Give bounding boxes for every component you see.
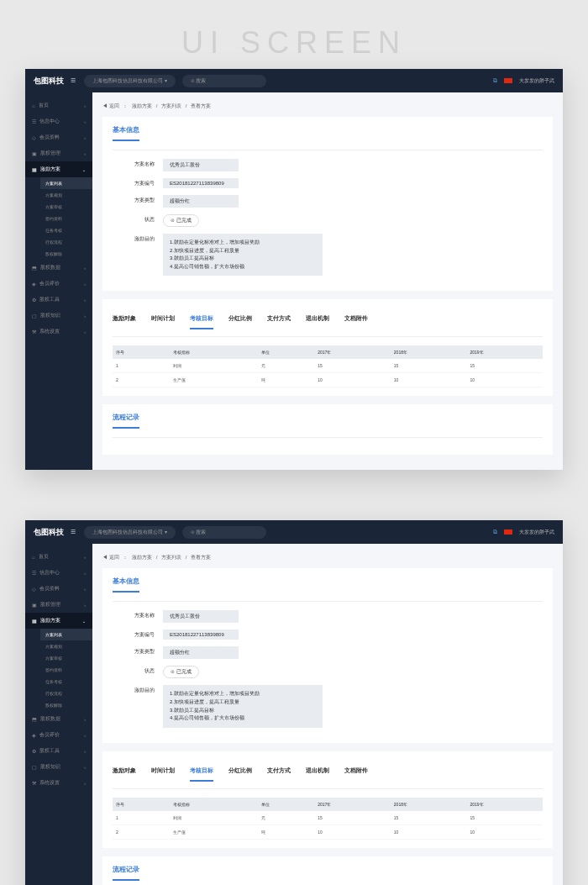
- tab-target[interactable]: 激励对象: [113, 766, 136, 782]
- user-name[interactable]: 大发发的胖子武: [519, 529, 554, 536]
- sidebar: ⌂首页› ☰信息中心› ◇会员资料› ▣股权管理› ▦激励方案⌄ 方案列表 方案…: [25, 544, 92, 885]
- sidebar-item-member[interactable]: ◇会员资料›: [25, 581, 92, 597]
- goals-box: 1.鼓励在定量化标准对上，增加项目奖励 2.加快项目进度，提高工程质量 3.鼓励…: [163, 685, 323, 727]
- company-selector[interactable]: 上海包图科技信息科技有限公司 ▾: [84, 75, 176, 87]
- sidebar-sub-contract[interactable]: 签约资料: [40, 664, 92, 676]
- search-input[interactable]: ⊙ 搜索: [182, 526, 266, 539]
- section-title-process: 流程记录: [113, 413, 139, 429]
- basic-info-card: 基本信息 方案名称优秀员工股份 方案编号ES20181227113839809 …: [102, 568, 553, 742]
- sidebar-sub-task[interactable]: 任务考核: [40, 676, 92, 687]
- home-icon: ⌂: [32, 103, 35, 108]
- sidebar-sub-release[interactable]: 股权解除: [40, 248, 92, 260]
- app-window-2: 包图科技 ☰ 上海包图科技信息科技有限公司 ▾ ⊙ 搜索 ⧉ 大发发的胖子武 ⌂…: [25, 520, 563, 885]
- back-button[interactable]: ◀ 返回: [102, 103, 119, 108]
- label-status: 状态: [113, 214, 155, 224]
- sidebar-sub-planning[interactable]: 方案规划: [40, 189, 92, 201]
- notification-icon[interactable]: ⧉: [493, 529, 497, 535]
- header: 包图科技 ☰ 上海包图科技信息科技有限公司 ▾ ⊙ 搜索 ⧉ 大发发的胖子武: [25, 69, 563, 92]
- sidebar-sub-review[interactable]: 方案审核: [40, 652, 92, 664]
- label-planno: 方案编号: [113, 178, 155, 187]
- sidebar-sub-task[interactable]: 任务考核: [40, 224, 92, 236]
- company-selector[interactable]: 上海包图科技信息科技有限公司 ▾: [84, 526, 176, 539]
- label-goals: 激励目的: [113, 234, 155, 243]
- sidebar-item-home[interactable]: ⌂首页›: [25, 549, 92, 565]
- sidebar-item-incentive[interactable]: ▦激励方案⌄: [25, 613, 92, 629]
- tab-time[interactable]: 时间计划: [151, 314, 175, 329]
- main-content: ◀ 返回 ： 激励方案 / 方案列表 / 查看方案 基本信息 方案名称优秀员工股…: [92, 92, 563, 470]
- settings-icon: ⚒: [32, 329, 36, 335]
- sidebar-sub-contract[interactable]: 签约资料: [40, 213, 92, 224]
- tab-time[interactable]: 时间计划: [151, 766, 175, 782]
- th-5: 2019年: [466, 798, 543, 811]
- sidebar-item-eval[interactable]: ◈会员评价›: [25, 276, 92, 292]
- value-planname: 优秀员工股份: [163, 159, 239, 171]
- sidebar-item-knowledge[interactable]: ▢股权知识›: [25, 759, 92, 775]
- sidebar-item-equity[interactable]: ▣股权管理›: [25, 597, 92, 613]
- sidebar-sub-planning[interactable]: 方案规划: [40, 640, 92, 652]
- status-badge: ⊙ 已完成: [163, 214, 199, 227]
- sidebar-item-tools[interactable]: ⚙股权工具›: [25, 743, 92, 759]
- tab-assess[interactable]: 考核目标: [190, 314, 213, 329]
- status-badge: ⊙ 已完成: [163, 666, 199, 678]
- tab-ratio[interactable]: 分红比例: [228, 314, 252, 329]
- sidebar-sub-review[interactable]: 方案审核: [40, 201, 92, 213]
- tab-payment[interactable]: 支付方式: [267, 766, 291, 782]
- sidebar-sub-exercise[interactable]: 行权流程: [40, 236, 92, 248]
- menu-toggle-icon[interactable]: ☰: [71, 529, 76, 535]
- tab-target[interactable]: 激励对象: [113, 314, 136, 329]
- sidebar-item-tools[interactable]: ⚙股权工具›: [25, 292, 92, 308]
- gear-icon: ⚙: [32, 748, 36, 754]
- gear-icon: ⚙: [32, 297, 36, 303]
- th-1: 考核指标: [170, 798, 258, 811]
- table-row: 2生产值吨101010: [113, 373, 543, 387]
- main-content: ◀ 返回 ： 激励方案 / 方案列表 / 查看方案 基本信息 方案名称优秀员工股…: [92, 544, 563, 885]
- process-card: 流程记录: [102, 856, 553, 885]
- sidebar-item-member[interactable]: ◇会员资料›: [25, 129, 92, 145]
- th-2: 单位: [258, 798, 315, 811]
- diamond-icon: ◇: [32, 586, 36, 592]
- tabs: 激励对象 时间计划 考核目标 分红比例 支付方式 退出机制 文档附件: [113, 760, 543, 789]
- sidebar-item-incentive[interactable]: ▦激励方案⌄: [25, 161, 92, 177]
- label-planno: 方案编号: [113, 630, 155, 639]
- sidebar-item-home[interactable]: ⌂首页›: [25, 97, 92, 113]
- sidebar-item-settings[interactable]: ⚒系统设置›: [25, 775, 92, 791]
- back-button[interactable]: ◀ 返回: [102, 555, 119, 560]
- sidebar-item-data[interactable]: ⬒股权数据›: [25, 260, 92, 276]
- sidebar-sub-release[interactable]: 股权解除: [40, 699, 92, 711]
- user-name[interactable]: 大发发的胖子武: [519, 77, 554, 85]
- th-2: 单位: [258, 345, 315, 359]
- sidebar-item-knowledge[interactable]: ▢股权知识›: [25, 308, 92, 324]
- sidebar-item-equity[interactable]: ▣股权管理›: [25, 145, 92, 161]
- tab-exit[interactable]: 退出机制: [306, 314, 329, 329]
- crumb-1[interactable]: 激励方案: [132, 555, 152, 560]
- th-0: 序号: [113, 798, 170, 811]
- table-row: 1利润元151515: [113, 811, 543, 825]
- tab-ratio[interactable]: 分红比例: [228, 766, 252, 782]
- sidebar-sub-planlist[interactable]: 方案列表: [40, 177, 92, 189]
- crumb-1[interactable]: 激励方案: [132, 103, 152, 108]
- tab-docs[interactable]: 文档附件: [344, 314, 368, 329]
- crumb-2[interactable]: 方案列表: [161, 555, 181, 560]
- tab-payment[interactable]: 支付方式: [267, 314, 291, 329]
- notification-icon[interactable]: ⧉: [493, 77, 497, 84]
- search-input[interactable]: ⊙ 搜索: [182, 75, 266, 87]
- sidebar-sub-exercise[interactable]: 行权流程: [40, 687, 92, 699]
- crumb-2[interactable]: 方案列表: [161, 103, 181, 108]
- sidebar-item-info[interactable]: ☰信息中心›: [25, 113, 92, 129]
- tab-assess[interactable]: 考核目标: [190, 766, 213, 782]
- section-title-process: 流程记录: [113, 865, 139, 881]
- sidebar-item-data[interactable]: ⬒股权数据›: [25, 711, 92, 727]
- tab-docs[interactable]: 文档附件: [344, 766, 368, 782]
- grid-icon: ▦: [32, 618, 37, 624]
- book-icon: ▢: [32, 313, 37, 319]
- tab-exit[interactable]: 退出机制: [306, 766, 329, 782]
- sidebar-item-eval[interactable]: ◈会员评价›: [25, 727, 92, 743]
- menu-toggle-icon[interactable]: ☰: [71, 77, 76, 84]
- sidebar-sub-planlist[interactable]: 方案列表: [40, 629, 92, 640]
- eval-icon: ◈: [32, 732, 36, 738]
- data-icon: ⬒: [32, 265, 37, 271]
- sidebar-item-settings[interactable]: ⚒系统设置›: [25, 324, 92, 340]
- sidebar-item-info[interactable]: ☰信息中心›: [25, 565, 92, 581]
- value-planno: ES20181227113839809: [163, 630, 239, 640]
- square-icon: ▣: [32, 150, 37, 156]
